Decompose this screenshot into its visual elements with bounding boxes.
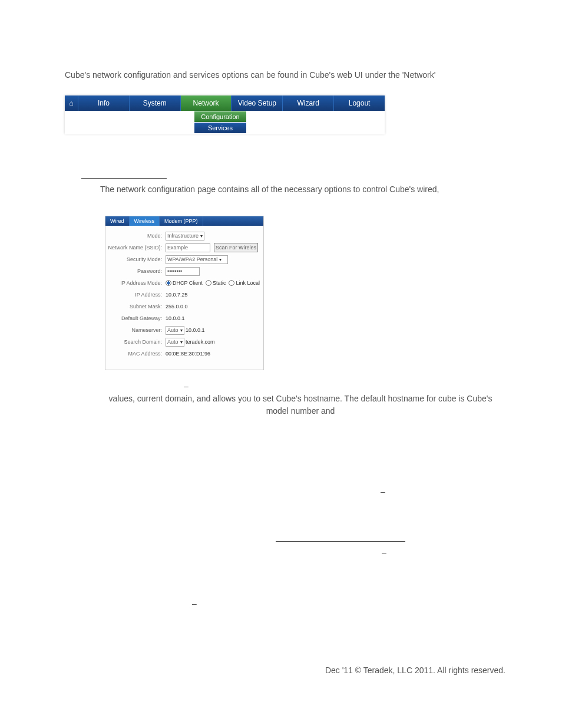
ns-value: 10.0.0.1 xyxy=(186,327,205,333)
nav-video-setup[interactable]: Video Setup xyxy=(232,95,283,111)
label-gw: Default Gateway: xyxy=(105,315,166,321)
netcfg-text: The network configuration page contains … xyxy=(100,184,501,196)
main-navbar: ⌂ Info System Network Video Setup Wizard… xyxy=(65,95,385,111)
radio-linklocal-label: Link Local xyxy=(236,280,260,286)
scan-wireless-button[interactable]: Scan For Wireles xyxy=(214,243,258,252)
nav-submenu: Configuration Services xyxy=(65,111,385,134)
label-ipmode: IP Address Mode: xyxy=(105,280,166,286)
intro-text: Cube's network configuration and service… xyxy=(65,70,501,81)
radio-static-label: Static xyxy=(213,280,226,286)
subtab-configuration[interactable]: Configuration xyxy=(194,111,246,122)
dash-mark: – xyxy=(381,487,385,496)
mac-value: 00:0E:8E:30:D1:96 xyxy=(166,351,210,357)
label-ssid: Network Name (SSID): xyxy=(105,245,166,251)
mode-select[interactable]: Infrastructure▾ xyxy=(166,232,204,241)
values-text: values, current domain, and allows you t… xyxy=(100,393,501,417)
sd-mode-select[interactable]: Auto▾ xyxy=(166,338,184,347)
panel-tabs: Wired Wireless Modem (PPP) xyxy=(105,216,263,226)
radio-linklocal[interactable] xyxy=(229,280,234,286)
label-password: Password: xyxy=(105,268,166,274)
ip-value: 10.0.7.25 xyxy=(166,292,188,298)
password-input[interactable]: •••••••• xyxy=(166,267,200,276)
ssid-input[interactable]: Example xyxy=(166,243,210,252)
nav-screenshot: ⌂ Info System Network Video Setup Wizard… xyxy=(65,95,385,134)
footer-text: Dec '11 © Teradek, LLC 2011. All rights … xyxy=(325,665,505,677)
nav-network[interactable]: Network xyxy=(181,95,232,111)
tab-wireless[interactable]: Wireless xyxy=(130,216,160,226)
chevron-down-icon: ▾ xyxy=(219,257,222,262)
label-ip: IP Address: xyxy=(105,292,166,298)
dash-mark: – xyxy=(181,381,191,391)
gw-value: 10.0.0.1 xyxy=(166,315,185,321)
wireless-config-panel: Wired Wireless Modem (PPP) Mode: Infrast… xyxy=(105,216,264,370)
divider xyxy=(276,541,405,542)
radio-static[interactable] xyxy=(206,280,211,286)
divider xyxy=(81,178,167,179)
mask-value: 255.0.0.0 xyxy=(166,304,188,309)
home-icon[interactable]: ⌂ xyxy=(65,95,78,111)
label-sd: Search Domain: xyxy=(105,339,166,345)
label-security: Security Mode: xyxy=(105,256,166,262)
sd-value: teradek.com xyxy=(186,339,215,345)
subtab-services[interactable]: Services xyxy=(194,123,246,133)
label-ns: Nameserver: xyxy=(105,327,166,333)
label-mask: Subnet Mask: xyxy=(105,304,166,309)
radio-dhcp-label: DHCP Client xyxy=(173,280,203,286)
nav-wizard[interactable]: Wizard xyxy=(283,95,334,111)
nav-system[interactable]: System xyxy=(130,95,181,111)
nav-logout[interactable]: Logout xyxy=(334,95,385,111)
chevron-down-icon: ▾ xyxy=(180,340,183,345)
dash-mark: – xyxy=(192,599,197,608)
tab-modem[interactable]: Modem (PPP) xyxy=(160,216,203,226)
radio-dhcp[interactable] xyxy=(166,280,171,286)
ns-mode-select[interactable]: Auto▾ xyxy=(166,326,184,335)
tab-wired[interactable]: Wired xyxy=(105,216,130,226)
nav-info[interactable]: Info xyxy=(78,95,130,111)
label-mode: Mode: xyxy=(105,233,166,239)
document-page: Cube's network configuration and service… xyxy=(0,0,562,728)
label-mac: MAC Address: xyxy=(105,351,166,357)
chevron-down-icon: ▾ xyxy=(200,233,203,239)
dash-mark: – xyxy=(382,548,386,558)
ipmode-radios: DHCP Client Static Link Local xyxy=(166,280,260,286)
security-select[interactable]: WPA/WPA2 Personal▾ xyxy=(166,255,228,264)
chevron-down-icon: ▾ xyxy=(180,328,183,333)
